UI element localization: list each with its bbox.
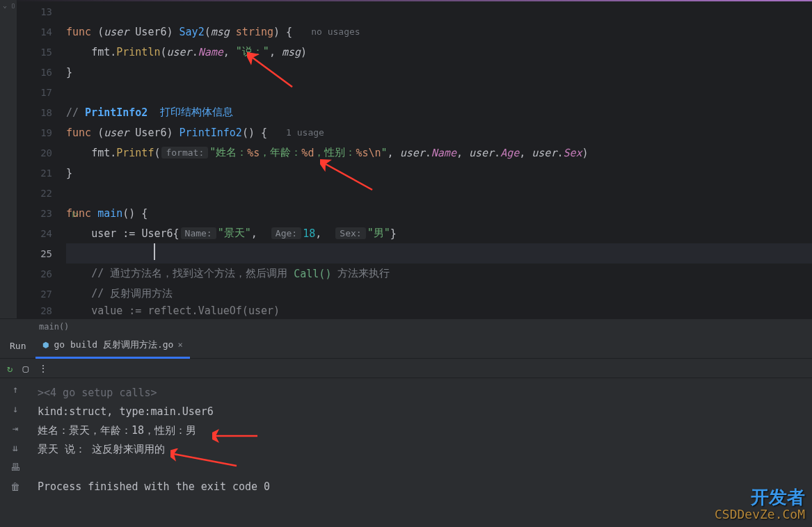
- usage-hint[interactable]: 1 usage: [286, 127, 324, 138]
- line-number: 16: [17, 62, 66, 82]
- editor-area: ⌄ ▯ 13 14 15 16 17 18 19 20 21 22 23▷ 24…: [0, 0, 812, 318]
- param-hint: Name:: [181, 227, 216, 239]
- stop-icon[interactable]: ▢: [22, 363, 28, 374]
- code-line: [66, 183, 812, 203]
- print-icon[interactable]: 🖶: [10, 462, 20, 473]
- code-line: // PrintInfo2 打印结构体信息: [66, 102, 812, 122]
- console-line: 景天 说： 这反射来调用的: [38, 440, 805, 459]
- line-number: 17: [17, 82, 66, 102]
- line-number: 24: [17, 223, 66, 243]
- code-line: // 通过方法名，找到这个方法，然后调用 Call() 方法来执行: [66, 264, 812, 284]
- code-line: func (user User6) Say2(msg string) { no …: [66, 22, 812, 42]
- code-editor[interactable]: func (user User6) Say2(msg string) { no …: [66, 0, 812, 318]
- code-line: }: [66, 62, 812, 82]
- run-label: Run: [0, 341, 35, 351]
- trash-icon[interactable]: 🗑: [10, 481, 20, 492]
- line-number: 25: [17, 243, 66, 264]
- more-icon[interactable]: ⋮: [38, 363, 48, 374]
- run-tab[interactable]: ⬢ go build 反射调用方法.go ×: [35, 334, 189, 359]
- code-line: user := User6{Name:"景天", Age:18, Sex:"男"…: [66, 223, 812, 243]
- code-line: fmt.Printf(format:"姓名：%s，年龄：%d，性别：%s\n",…: [66, 143, 812, 163]
- down-icon[interactable]: ↓: [13, 403, 18, 414]
- code-line: [66, 243, 812, 264]
- line-gutter: 13 14 15 16 17 18 19 20 21 22 23▷ 24 25 …: [17, 0, 66, 318]
- wrap-icon[interactable]: ⇥: [13, 423, 18, 434]
- line-number: 13: [17, 1, 66, 22]
- fold-chevron-icon[interactable]: ⌄ ▯: [3, 1, 15, 9]
- line-number: 26: [17, 264, 66, 284]
- code-line: fmt.Println(user.Name, "说：", msg): [66, 42, 812, 62]
- param-hint: format:: [161, 147, 208, 159]
- close-icon[interactable]: ×: [177, 340, 182, 350]
- go-icon: ⬢: [42, 341, 49, 350]
- line-number: 21: [17, 163, 66, 183]
- console-line: kind:struct, type:main.User6: [38, 403, 805, 421]
- console-line: 姓名：景天，年龄：18，性别：男: [38, 421, 805, 440]
- run-body: ↑ ↓ ⇥ ⇊ 🖶 🗑 ><4 go setup calls> kind:str…: [0, 378, 812, 527]
- breadcrumb[interactable]: main(): [0, 318, 812, 334]
- line-number: 27: [17, 284, 66, 304]
- run-tabs: Run ⬢ go build 反射调用方法.go ×: [0, 334, 812, 359]
- console-line: ><4 go setup calls>: [38, 384, 805, 403]
- run-panel: Run ⬢ go build 反射调用方法.go × ↻ ▢ ⋮ ↑ ↓ ⇥ ⇊…: [0, 334, 812, 527]
- line-number: 15: [17, 42, 66, 62]
- code-line: func main() {: [66, 203, 812, 223]
- code-line: [66, 82, 812, 102]
- usage-hint[interactable]: no usages: [311, 26, 360, 37]
- code-line: func (user User6) PrintInfo2() { 1 usage: [66, 122, 812, 143]
- code-line: }: [66, 163, 812, 183]
- scroll-icon[interactable]: ⇊: [13, 442, 18, 453]
- line-number: 14: [17, 22, 66, 42]
- code-line: [66, 1, 812, 22]
- console-line: Process finished with the exit code 0: [38, 478, 805, 496]
- rerun-icon[interactable]: ↻: [7, 363, 13, 374]
- up-icon[interactable]: ↑: [13, 384, 18, 395]
- run-toolbar: ↻ ▢ ⋮: [0, 359, 812, 378]
- line-number: 19: [17, 122, 66, 143]
- code-line: value := reflect.ValueOf(user): [66, 304, 812, 318]
- fold-gutter: ⌄ ▯: [0, 0, 17, 318]
- line-number: 23▷: [17, 203, 66, 223]
- run-side-toolbar: ↑ ↓ ⇥ ⇊ 🖶 🗑: [0, 378, 31, 527]
- code-line: // 反射调用方法: [66, 284, 812, 304]
- param-hint: Sex:: [335, 227, 365, 239]
- line-number: 22: [17, 183, 66, 203]
- line-number: 28: [17, 304, 66, 318]
- console-output[interactable]: ><4 go setup calls> kind:struct, type:ma…: [31, 378, 812, 527]
- param-hint: Age:: [271, 227, 301, 239]
- text-cursor: [154, 243, 155, 260]
- line-number: 20: [17, 143, 66, 163]
- watermark: 开发者 CSDDevZe.CoM: [715, 485, 805, 521]
- line-number: 18: [17, 102, 66, 122]
